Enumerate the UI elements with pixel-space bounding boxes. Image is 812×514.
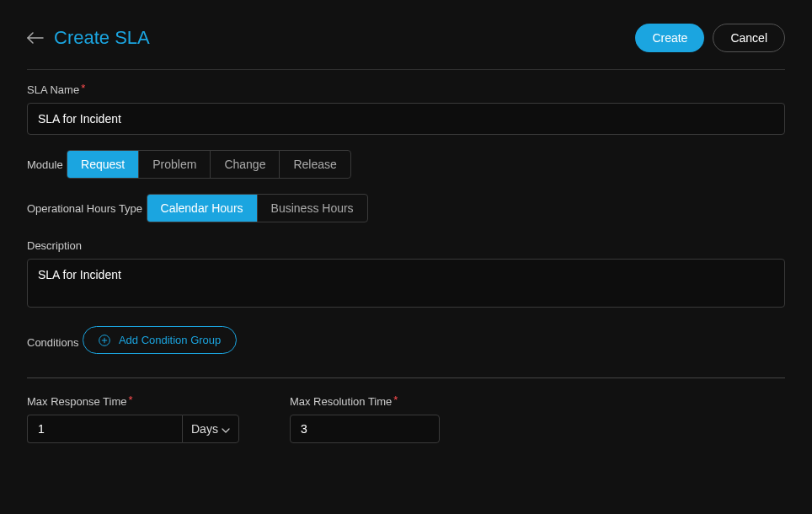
module-option-change[interactable]: Change bbox=[211, 151, 280, 178]
add-condition-label: Add Condition Group bbox=[119, 334, 221, 346]
max-response-unit-select[interactable]: Days bbox=[182, 415, 239, 443]
page-header: Create SLA Create Cancel bbox=[27, 24, 785, 52]
module-option-release[interactable]: Release bbox=[280, 151, 350, 178]
section-divider bbox=[27, 377, 785, 378]
max-response-unit-label: Days bbox=[191, 422, 218, 436]
chevron-down-icon bbox=[222, 422, 230, 436]
back-arrow-icon[interactable] bbox=[27, 32, 44, 44]
module-option-problem[interactable]: Problem bbox=[139, 151, 211, 178]
ophours-option-calendar[interactable]: Calendar Hours bbox=[147, 195, 258, 222]
description-label: Description bbox=[27, 239, 82, 252]
module-option-request[interactable]: Request bbox=[67, 151, 139, 178]
sla-name-input[interactable] bbox=[27, 103, 785, 135]
add-condition-group-button[interactable]: Add Condition Group bbox=[83, 326, 237, 354]
ophours-option-business[interactable]: Business Hours bbox=[258, 195, 367, 222]
time-row: Max Response Time* Days Max Resolution T… bbox=[27, 394, 785, 443]
sla-name-label: SLA Name bbox=[27, 83, 79, 96]
max-resolution-label: Max Resolution Time bbox=[290, 395, 392, 408]
conditions-label: Conditions bbox=[27, 336, 78, 349]
ophours-group: Operational Hours Type Calendar Hours Bu… bbox=[27, 194, 785, 222]
max-response-label: Max Response Time bbox=[27, 395, 127, 408]
ophours-segmented: Calendar Hours Business Hours bbox=[147, 194, 368, 222]
module-label: Module bbox=[27, 158, 63, 171]
header-divider bbox=[27, 69, 785, 70]
plus-circle-icon bbox=[99, 335, 110, 346]
max-response-input[interactable] bbox=[27, 415, 182, 443]
ophours-label: Operational Hours Type bbox=[27, 202, 142, 215]
required-indicator: * bbox=[393, 394, 398, 406]
header-buttons: Create Cancel bbox=[635, 24, 785, 52]
cancel-button[interactable]: Cancel bbox=[713, 24, 785, 52]
description-group: Description bbox=[27, 238, 785, 311]
max-resolution-col: Max Resolution Time* bbox=[290, 394, 440, 443]
sla-name-group: SLA Name* bbox=[27, 82, 785, 135]
module-group: Module Request Problem Change Release bbox=[27, 150, 785, 179]
required-indicator: * bbox=[81, 82, 85, 94]
description-input[interactable] bbox=[27, 259, 785, 308]
max-response-input-group: Days bbox=[27, 415, 239, 443]
create-button[interactable]: Create bbox=[635, 24, 704, 52]
conditions-group: Conditions Add Condition Group bbox=[27, 326, 785, 356]
page-title: Create SLA bbox=[54, 27, 150, 49]
module-segmented: Request Problem Change Release bbox=[67, 150, 351, 179]
header-left: Create SLA bbox=[27, 27, 150, 49]
max-response-col: Max Response Time* Days bbox=[27, 394, 239, 443]
required-indicator: * bbox=[129, 394, 133, 406]
max-resolution-input[interactable] bbox=[290, 415, 440, 443]
